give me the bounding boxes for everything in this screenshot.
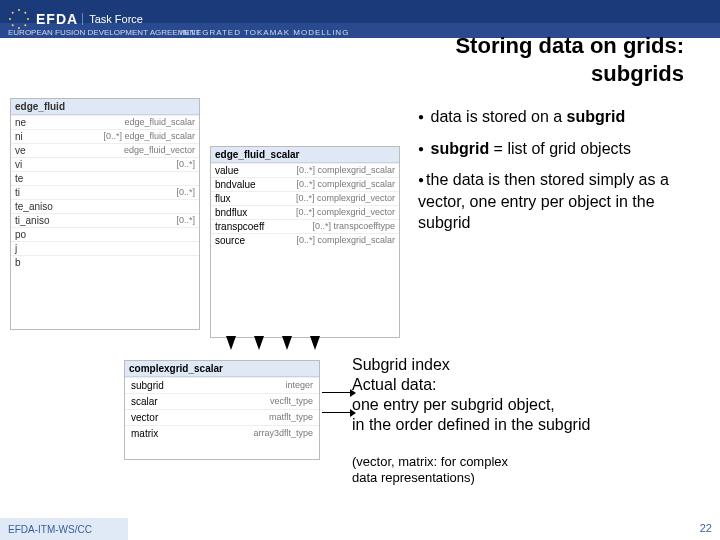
tree-row: po — [11, 227, 199, 241]
svg-point-4 — [27, 18, 29, 20]
connector-arrow — [322, 392, 350, 393]
tree-row: matrixarray3dflt_type — [125, 425, 319, 441]
svg-point-3 — [9, 18, 11, 20]
taskforce-label: Task Force — [82, 13, 143, 25]
footer-code: EFDA-ITM-WS/CC — [0, 518, 128, 540]
tree-row: ti_aniso[0..*] — [11, 213, 199, 227]
label-actual-data: Actual data: one entry per subgrid objec… — [352, 375, 590, 435]
tree2-header: edge_fluid_scalar — [215, 149, 299, 160]
tree-row: te — [11, 171, 199, 185]
tree1-header: edge_fluid — [15, 101, 65, 112]
tree-row: ni[0..*] edge_fluid_scalar — [11, 129, 199, 143]
tree-row: subgridinteger — [125, 377, 319, 393]
bullet-2: subgrid = list of grid objects — [418, 138, 708, 160]
svg-point-1 — [18, 9, 20, 11]
tree-row: source[0..*] complexgrid_scalar — [211, 233, 399, 247]
title-line-1: Storing data on grids: — [455, 32, 684, 60]
tree-row: bndflux[0..*] complexgrid_vector — [211, 205, 399, 219]
slide-title: Storing data on grids: subgrids — [455, 32, 684, 87]
uml-tree-edge-fluid: edge_fluid needge_fluid_scalarni[0..*] e… — [10, 98, 200, 330]
svg-point-8 — [24, 24, 26, 26]
tree-row: bndvalue[0..*] complexgrid_scalar — [211, 177, 399, 191]
tree-row: vi[0..*] — [11, 157, 199, 171]
svg-point-7 — [12, 24, 14, 26]
tree-row: scalarvecflt_type — [125, 393, 319, 409]
down-arrow-icon — [226, 336, 236, 350]
tree-row: flux[0..*] complexgrid_vector — [211, 191, 399, 205]
bullet-3: the data is then stored simply as a vect… — [418, 169, 708, 234]
down-arrow-icon — [254, 336, 264, 350]
tree-row: value[0..*] complexgrid_scalar — [211, 163, 399, 177]
tree-row: b — [11, 255, 199, 269]
tree3-header: complexgrid_scalar — [129, 363, 223, 374]
bullet-1-text: data is stored on a — [431, 108, 567, 125]
uml-tree-complexgrid-scalar: complexgrid_scalar subgridintegerscalarv… — [124, 360, 320, 460]
tree-row: vectormatflt_type — [125, 409, 319, 425]
svg-point-6 — [24, 12, 26, 14]
down-arrow-icon — [282, 336, 292, 350]
bullet-1: data is stored on a subgrid — [418, 106, 708, 128]
bullet-2-bold: subgrid — [431, 140, 490, 157]
connector-arrow — [322, 412, 350, 413]
header-subline-1: EUROPEAN FUSION DEVELOPMENT AGREEMENT — [8, 28, 200, 37]
tree-row: ti[0..*] — [11, 185, 199, 199]
label-subgrid-index: Subgrid index — [352, 355, 590, 375]
bullet-list: data is stored on a subgrid subgrid = li… — [418, 106, 708, 244]
eu-stars-icon — [8, 8, 30, 30]
tree-row: te_aniso — [11, 199, 199, 213]
annotation-vector-matrix: (vector, matrix: for complex data repres… — [352, 454, 508, 487]
tree-row: veedge_fluid_vector — [11, 143, 199, 157]
down-arrows — [226, 336, 320, 350]
down-arrow-icon — [310, 336, 320, 350]
svg-point-5 — [12, 12, 14, 14]
bullet-2-text: = list of grid objects — [489, 140, 631, 157]
tree-row: j — [11, 241, 199, 255]
tree-row: transpcoeff[0..*] transpcoefftype — [211, 219, 399, 233]
annotation-subgrid-index: Subgrid index Actual data: one entry per… — [352, 355, 590, 435]
uml-tree-edge-fluid-scalar: edge_fluid_scalar value[0..*] complexgri… — [210, 146, 400, 338]
title-line-2: subgrids — [455, 60, 684, 88]
bullet-1-bold: subgrid — [567, 108, 626, 125]
org-label: EFDA — [36, 11, 78, 27]
header-subline-2: INTEGRATED TOKAMAK MODELLING — [180, 28, 349, 37]
page-number: 22 — [700, 522, 712, 534]
tree-row: needge_fluid_scalar — [11, 115, 199, 129]
